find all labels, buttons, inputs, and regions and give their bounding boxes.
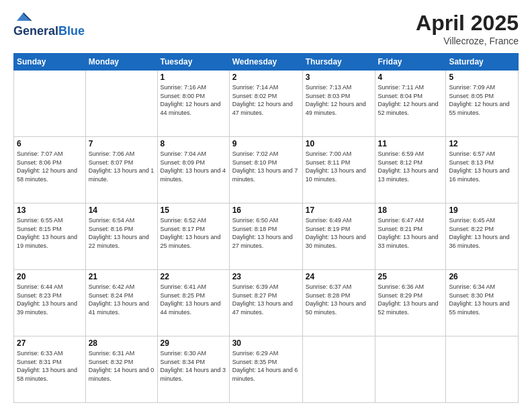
- calendar-cell: 18Sunrise: 6:47 AMSunset: 8:21 PMDayligh…: [375, 203, 446, 270]
- day-info: Sunrise: 7:13 AMSunset: 8:03 PMDaylight:…: [306, 83, 372, 117]
- day-info: Sunrise: 6:33 AMSunset: 8:31 PMDaylight:…: [17, 349, 83, 383]
- logo: GeneralBlue: [13, 11, 85, 38]
- day-number: 28: [89, 338, 154, 348]
- calendar-cell: 10Sunrise: 7:00 AMSunset: 8:11 PMDayligh…: [302, 137, 375, 203]
- logo-icon: [13, 11, 34, 23]
- title-block: April 2025 Villecroze, France: [416, 11, 519, 46]
- day-number: 7: [89, 139, 154, 148]
- day-info: Sunrise: 6:57 AMSunset: 8:13 PMDaylight:…: [449, 150, 515, 183]
- weekday-header: SundayMondayTuesdayWednesdayThursdayFrid…: [14, 54, 519, 71]
- day-info: Sunrise: 6:55 AMSunset: 8:15 PMDaylight:…: [17, 216, 83, 250]
- day-info: Sunrise: 7:14 AMSunset: 8:02 PMDaylight:…: [232, 83, 300, 117]
- day-info: Sunrise: 6:30 AMSunset: 8:34 PMDaylight:…: [161, 349, 226, 383]
- day-number: 8: [161, 139, 226, 148]
- day-number: 1: [161, 73, 226, 82]
- weekday-header-cell: Saturday: [446, 54, 519, 71]
- calendar-cell: 28Sunrise: 6:31 AMSunset: 8:32 PMDayligh…: [85, 336, 157, 403]
- calendar-cell: 1Sunrise: 7:16 AMSunset: 8:00 PMDaylight…: [157, 71, 229, 137]
- day-number: 24: [306, 272, 372, 281]
- calendar-cell: 17Sunrise: 6:49 AMSunset: 8:19 PMDayligh…: [302, 203, 375, 270]
- day-info: Sunrise: 7:07 AMSunset: 8:06 PMDaylight:…: [17, 150, 83, 183]
- calendar-cell: 21Sunrise: 6:42 AMSunset: 8:24 PMDayligh…: [85, 270, 157, 336]
- calendar-cell: 26Sunrise: 6:34 AMSunset: 8:30 PMDayligh…: [446, 270, 519, 336]
- calendar-cell: 27Sunrise: 6:33 AMSunset: 8:31 PMDayligh…: [14, 336, 86, 403]
- day-number: 30: [232, 338, 300, 348]
- day-number: 20: [17, 272, 83, 281]
- day-info: Sunrise: 7:04 AMSunset: 8:09 PMDaylight:…: [161, 150, 226, 183]
- day-info: Sunrise: 7:00 AMSunset: 8:11 PMDaylight:…: [306, 150, 372, 183]
- day-info: Sunrise: 6:31 AMSunset: 8:32 PMDaylight:…: [89, 349, 154, 383]
- weekday-header-cell: Tuesday: [157, 54, 229, 71]
- calendar-body: 1Sunrise: 7:16 AMSunset: 8:00 PMDaylight…: [14, 71, 519, 403]
- day-info: Sunrise: 6:29 AMSunset: 8:35 PMDaylight:…: [232, 349, 300, 383]
- day-number: 3: [306, 73, 372, 82]
- calendar-cell: 2Sunrise: 7:14 AMSunset: 8:02 PMDaylight…: [229, 71, 302, 137]
- calendar-cell: 5Sunrise: 7:09 AMSunset: 8:05 PMDaylight…: [446, 71, 519, 137]
- day-number: 11: [378, 139, 443, 148]
- weekday-header-cell: Sunday: [14, 54, 86, 71]
- day-number: 16: [232, 205, 300, 215]
- day-number: 5: [449, 73, 515, 82]
- calendar-cell: 19Sunrise: 6:45 AMSunset: 8:22 PMDayligh…: [446, 203, 519, 270]
- day-number: 10: [306, 139, 372, 148]
- calendar-cell: 30Sunrise: 6:29 AMSunset: 8:35 PMDayligh…: [229, 336, 302, 403]
- day-info: Sunrise: 6:45 AMSunset: 8:22 PMDaylight:…: [449, 216, 515, 250]
- calendar-cell: 22Sunrise: 6:41 AMSunset: 8:25 PMDayligh…: [157, 270, 229, 336]
- calendar-cell: 16Sunrise: 6:50 AMSunset: 8:18 PMDayligh…: [229, 203, 302, 270]
- day-number: 21: [89, 272, 154, 281]
- day-info: Sunrise: 6:36 AMSunset: 8:29 PMDaylight:…: [378, 283, 443, 316]
- calendar-cell: 23Sunrise: 6:39 AMSunset: 8:27 PMDayligh…: [229, 270, 302, 336]
- day-number: 9: [232, 139, 300, 148]
- weekday-header-cell: Monday: [85, 54, 157, 71]
- calendar-table: SundayMondayTuesdayWednesdayThursdayFrid…: [13, 53, 519, 403]
- day-number: 12: [449, 139, 515, 148]
- calendar-title: April 2025: [416, 11, 519, 36]
- calendar-cell: 25Sunrise: 6:36 AMSunset: 8:29 PMDayligh…: [375, 270, 446, 336]
- day-info: Sunrise: 6:42 AMSunset: 8:24 PMDaylight:…: [89, 283, 154, 316]
- day-info: Sunrise: 6:50 AMSunset: 8:18 PMDaylight:…: [232, 216, 300, 250]
- calendar-cell: 12Sunrise: 6:57 AMSunset: 8:13 PMDayligh…: [446, 137, 519, 203]
- weekday-header-cell: Wednesday: [229, 54, 302, 71]
- day-info: Sunrise: 7:11 AMSunset: 8:04 PMDaylight:…: [378, 83, 443, 117]
- calendar-cell: 14Sunrise: 6:54 AMSunset: 8:16 PMDayligh…: [85, 203, 157, 270]
- calendar-cell: 3Sunrise: 7:13 AMSunset: 8:03 PMDaylight…: [302, 71, 375, 137]
- calendar-cell: 15Sunrise: 6:52 AMSunset: 8:17 PMDayligh…: [157, 203, 229, 270]
- day-info: Sunrise: 6:59 AMSunset: 8:12 PMDaylight:…: [378, 150, 443, 183]
- day-number: 29: [161, 338, 226, 348]
- day-number: 23: [232, 272, 300, 281]
- calendar-week-row: 1Sunrise: 7:16 AMSunset: 8:00 PMDaylight…: [14, 71, 519, 137]
- day-number: 6: [17, 139, 83, 148]
- day-info: Sunrise: 6:54 AMSunset: 8:16 PMDaylight:…: [89, 216, 154, 250]
- calendar-cell: [446, 336, 519, 403]
- logo-text: GeneralBlue: [13, 24, 85, 38]
- calendar-cell: 29Sunrise: 6:30 AMSunset: 8:34 PMDayligh…: [157, 336, 229, 403]
- calendar-cell: [375, 336, 446, 403]
- day-info: Sunrise: 6:49 AMSunset: 8:19 PMDaylight:…: [306, 216, 372, 250]
- weekday-header-cell: Friday: [375, 54, 446, 71]
- calendar-cell: 8Sunrise: 7:04 AMSunset: 8:09 PMDaylight…: [157, 137, 229, 203]
- calendar-cell: 24Sunrise: 6:37 AMSunset: 8:28 PMDayligh…: [302, 270, 375, 336]
- calendar-week-row: 13Sunrise: 6:55 AMSunset: 8:15 PMDayligh…: [14, 203, 519, 270]
- day-number: 27: [17, 338, 83, 348]
- day-info: Sunrise: 6:37 AMSunset: 8:28 PMDaylight:…: [306, 283, 372, 316]
- calendar-cell: 6Sunrise: 7:07 AMSunset: 8:06 PMDaylight…: [14, 137, 86, 203]
- day-number: 4: [378, 73, 443, 82]
- calendar-cell: 13Sunrise: 6:55 AMSunset: 8:15 PMDayligh…: [14, 203, 86, 270]
- day-info: Sunrise: 7:02 AMSunset: 8:10 PMDaylight:…: [232, 150, 300, 183]
- calendar-page: GeneralBlue April 2025 Villecroze, Franc…: [0, 0, 532, 411]
- calendar-cell: [302, 336, 375, 403]
- day-info: Sunrise: 6:41 AMSunset: 8:25 PMDaylight:…: [161, 283, 226, 316]
- day-info: Sunrise: 7:06 AMSunset: 8:07 PMDaylight:…: [89, 150, 154, 183]
- day-info: Sunrise: 6:39 AMSunset: 8:27 PMDaylight:…: [232, 283, 300, 316]
- day-number: 15: [161, 205, 226, 215]
- day-info: Sunrise: 7:09 AMSunset: 8:05 PMDaylight:…: [449, 83, 515, 117]
- day-number: 2: [232, 73, 300, 82]
- calendar-week-row: 6Sunrise: 7:07 AMSunset: 8:06 PMDaylight…: [14, 137, 519, 203]
- calendar-cell: [85, 71, 157, 137]
- calendar-cell: [14, 71, 86, 137]
- calendar-cell: 4Sunrise: 7:11 AMSunset: 8:04 PMDaylight…: [375, 71, 446, 137]
- calendar-week-row: 20Sunrise: 6:44 AMSunset: 8:23 PMDayligh…: [14, 270, 519, 336]
- day-info: Sunrise: 7:16 AMSunset: 8:00 PMDaylight:…: [161, 83, 226, 117]
- calendar-cell: 20Sunrise: 6:44 AMSunset: 8:23 PMDayligh…: [14, 270, 86, 336]
- day-number: 17: [306, 205, 372, 215]
